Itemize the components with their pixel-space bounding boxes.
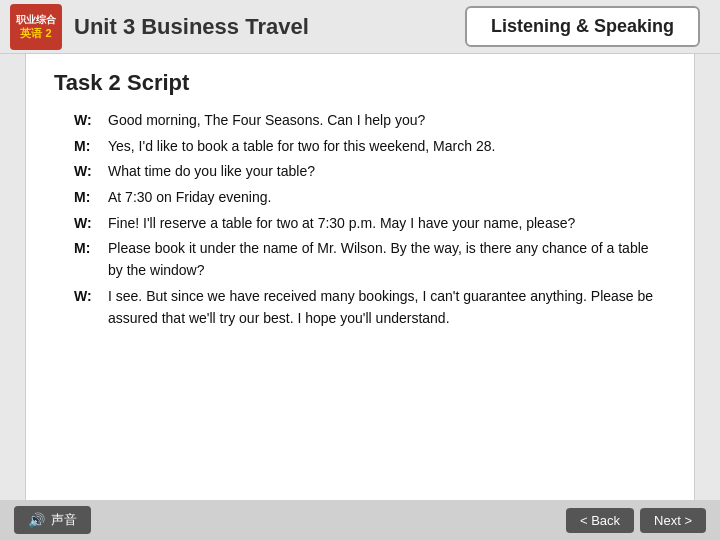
speaker-label: M: — [74, 136, 102, 158]
dialogue-row: W:Fine! I'll reserve a table for two at … — [74, 213, 666, 235]
dialogue-row: W:What time do you like your table? — [74, 161, 666, 183]
listening-badge: Listening & Speaking — [465, 6, 700, 47]
dialogue-row: M:At 7:30 on Friday evening. — [74, 187, 666, 209]
speaker-label: W: — [74, 161, 102, 183]
dialogue-text: Yes, I'd like to book a table for two fo… — [108, 136, 666, 158]
side-decoration-left — [0, 54, 26, 500]
audio-button[interactable]: 🔊 声音 — [14, 506, 91, 534]
audio-icon: 🔊 — [28, 512, 45, 528]
logo: 职业综合 英语 2 — [10, 4, 62, 50]
speaker-label: W: — [74, 286, 102, 308]
bottom-bar: 🔊 声音 < Back Next > — [0, 500, 720, 540]
speaker-label: M: — [74, 238, 102, 260]
dialogue-row: M:Please book it under the name of Mr. W… — [74, 238, 666, 281]
speaker-label: W: — [74, 110, 102, 132]
next-button[interactable]: Next > — [640, 508, 706, 533]
dialogue-row: W:I see. But since we have received many… — [74, 286, 666, 329]
unit-title: Unit 3 Business Travel — [74, 14, 465, 40]
speaker-label: M: — [74, 187, 102, 209]
back-button[interactable]: < Back — [566, 508, 634, 533]
dialogue-text: Fine! I'll reserve a table for two at 7:… — [108, 213, 666, 235]
dialogue-text: I see. But since we have received many b… — [108, 286, 666, 329]
dialogue-text: Please book it under the name of Mr. Wil… — [108, 238, 666, 281]
dialogue-row: W:Good morning, The Four Seasons. Can I … — [74, 110, 666, 132]
logo-line1: 职业综合 — [16, 13, 56, 26]
logo-line2: 英语 2 — [20, 26, 51, 41]
speaker-label: W: — [74, 213, 102, 235]
task-title: Task 2 Script — [54, 70, 666, 96]
main-content: Task 2 Script W:Good morning, The Four S… — [26, 54, 694, 500]
nav-buttons: < Back Next > — [566, 508, 706, 533]
dialogue-text: Good morning, The Four Seasons. Can I he… — [108, 110, 666, 132]
side-decoration-right — [694, 54, 720, 500]
audio-label: 声音 — [51, 511, 77, 529]
header: 职业综合 英语 2 Unit 3 Business Travel Listeni… — [0, 0, 720, 54]
dialogue-row: M:Yes, I'd like to book a table for two … — [74, 136, 666, 158]
dialogue-text: What time do you like your table? — [108, 161, 666, 183]
dialogue-text: At 7:30 on Friday evening. — [108, 187, 666, 209]
script-content: W:Good morning, The Four Seasons. Can I … — [54, 110, 666, 329]
